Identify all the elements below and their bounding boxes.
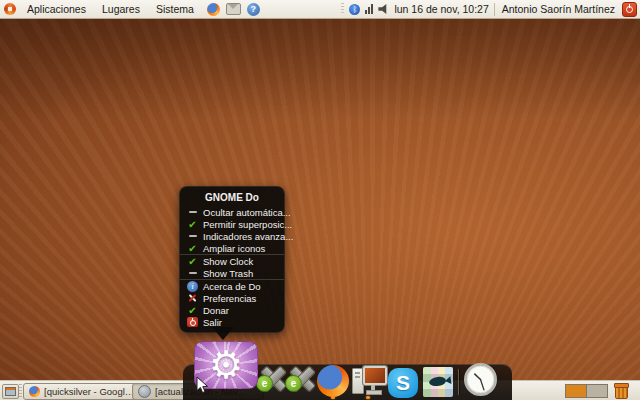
dock-separator	[458, 369, 459, 395]
menu-item-label: Preferencias	[203, 293, 256, 304]
menu-item-label: Ocultar automática...	[203, 207, 291, 218]
menu-item-label: Donar	[203, 305, 229, 316]
workspace-switcher[interactable]	[565, 384, 608, 398]
running-indicator	[366, 396, 370, 399]
help-launcher-icon[interactable]: ?	[247, 3, 260, 16]
bluetooth-icon[interactable]: ᛒ	[349, 4, 360, 15]
menu-tail-pointer	[212, 327, 234, 340]
computer-base	[366, 390, 382, 395]
mail-launcher-icon[interactable]	[226, 3, 241, 15]
menu-sistema[interactable]: Sistema	[149, 1, 201, 17]
volume-icon[interactable]	[378, 4, 389, 14]
check-icon: ✔	[187, 219, 198, 230]
check-icon: ✔	[187, 305, 198, 316]
tray-grip[interactable]	[341, 3, 344, 15]
workspace-2[interactable]	[586, 385, 607, 397]
menu-item-label: Permitir superposic...	[203, 219, 292, 230]
ubuntu-logo-icon[interactable]	[4, 3, 16, 15]
menu-item[interactable]: Ocultar automática...	[180, 206, 284, 218]
gear-glyph: ⚙	[209, 346, 243, 384]
dash-icon	[187, 231, 198, 242]
emesene-icon-2[interactable]: e	[285, 361, 319, 395]
skype-icon[interactable]: S	[388, 368, 418, 398]
menu-item[interactable]: ✔Show Clock	[180, 254, 284, 267]
taskbar-grip[interactable]	[19, 384, 22, 397]
tray-separator	[494, 3, 495, 16]
menu-item-label: Show Trash	[203, 268, 253, 279]
username-label[interactable]: Antonio Saorín Martínez	[500, 3, 617, 15]
network-signal-icon[interactable]	[365, 4, 373, 14]
window-icon	[138, 385, 151, 398]
menu-item[interactable]: iAcerca de Do	[180, 279, 284, 292]
check-icon: ✔	[187, 256, 198, 267]
menu-lugares[interactable]: Lugares	[95, 1, 147, 17]
menu-item[interactable]: Show Trash	[180, 267, 284, 279]
info-icon: i	[187, 281, 198, 292]
gnome-do-context-menu: GNOME Do Ocultar automática...✔Permitir …	[179, 186, 285, 333]
menu-item[interactable]: ✔Ampliar iconos	[180, 242, 284, 254]
quit-icon	[187, 317, 198, 327]
running-indicator	[331, 396, 335, 399]
menu-item[interactable]: ✔Permitir superposic...	[180, 218, 284, 230]
dash-icon	[187, 207, 198, 218]
menu-item[interactable]: Preferencias	[180, 292, 284, 304]
top-panel: Aplicaciones Lugares Sistema ? ᛒ lun 16 …	[0, 0, 640, 19]
top-panel-left: Aplicaciones Lugares Sistema ?	[0, 1, 260, 17]
trash-body	[615, 387, 628, 399]
mouse-cursor	[196, 376, 209, 398]
tools-icon	[187, 293, 198, 304]
menu-item[interactable]: ✔Donar	[180, 304, 284, 316]
menu-item-label: Acerca de Do	[203, 281, 261, 292]
shutdown-icon[interactable]	[622, 2, 637, 17]
menu-item-label: Ampliar iconos	[203, 243, 265, 254]
menu-item[interactable]: Indicadores avanza...	[180, 230, 284, 242]
task-button[interactable]: [quicksilver - Google S...	[23, 383, 141, 400]
menu-item-label: Show Clock	[203, 256, 253, 267]
computer-icon[interactable]	[352, 366, 384, 397]
firefox-dock-icon[interactable]	[317, 365, 349, 397]
menu-items: Ocultar automática...✔Permitir superposi…	[180, 206, 284, 328]
panel-clock[interactable]: lun 16 de nov, 10:27	[394, 3, 488, 15]
desktop-wallpaper	[0, 0, 640, 400]
clock-icon[interactable]	[464, 363, 497, 396]
computer-screen	[363, 366, 387, 385]
image-viewer-icon[interactable]	[423, 367, 453, 397]
task-button-label: [quicksilver - Google S...	[44, 386, 135, 397]
trash-icon[interactable]	[614, 383, 627, 397]
workspace-1[interactable]	[566, 385, 586, 397]
show-desktop-icon	[5, 387, 16, 396]
firefox-icon	[29, 386, 40, 397]
dash-icon	[187, 268, 198, 279]
firefox-launcher-icon[interactable]	[207, 3, 220, 16]
fish-shape	[428, 376, 446, 387]
e-badge: e	[256, 375, 273, 392]
menu-title: GNOME Do	[180, 190, 284, 206]
menu-item-label: Indicadores avanza...	[203, 231, 293, 242]
top-panel-tray: ᛒ lun 16 de nov, 10:27 Antonio Saorín Ma…	[341, 2, 640, 17]
menu-aplicaciones[interactable]: Aplicaciones	[20, 1, 93, 17]
menu-item-label: Salir	[203, 317, 222, 328]
e-badge: e	[285, 375, 302, 392]
wallpaper-shade	[0, 0, 640, 400]
check-icon: ✔	[187, 243, 198, 254]
show-desktop-button[interactable]	[2, 384, 19, 399]
